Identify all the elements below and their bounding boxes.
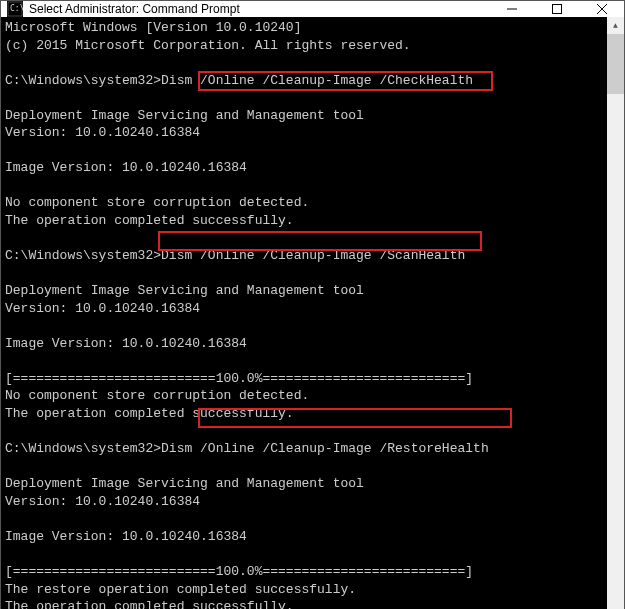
terminal-line: Image Version: 10.0.10240.16384 [5,336,247,351]
command-prompt-window: C:\ Select Administrator: Command Prompt… [0,0,625,609]
terminal-line: Image Version: 10.0.10240.16384 [5,529,247,544]
terminal-line: The operation completed successfully. [5,406,294,421]
terminal-line: [==========================100.0%=======… [5,564,473,579]
terminal-line: Version: 10.0.10240.16384 [5,125,200,140]
terminal-output[interactable]: Microsoft Windows [Version 10.0.10240] (… [1,17,607,609]
titlebar[interactable]: C:\ Select Administrator: Command Prompt [1,1,624,17]
cmd-icon: C:\ [7,1,23,17]
terminal-line: Microsoft Windows [Version 10.0.10240] [5,20,301,35]
terminal-line: Deployment Image Servicing and Managemen… [5,108,364,123]
window-controls [489,1,624,17]
scroll-up-arrow[interactable]: ▲ [607,17,624,34]
terminal-line: The operation completed successfully. [5,599,294,609]
close-button[interactable] [579,1,624,17]
terminal-line: Deployment Image Servicing and Managemen… [5,283,364,298]
vertical-scrollbar[interactable]: ▲ ▼ [607,17,624,609]
svg-rect-4 [552,5,561,14]
terminal-line: C:\Windows\system32>Dism /Online /Cleanu… [5,73,473,88]
terminal-line: Version: 10.0.10240.16384 [5,301,200,316]
window-title: Select Administrator: Command Prompt [29,2,489,16]
scroll-track[interactable] [607,34,624,609]
content-area: Microsoft Windows [Version 10.0.10240] (… [1,17,624,609]
terminal-line: The restore operation completed successf… [5,582,356,597]
terminal-line: (c) 2015 Microsoft Corporation. All righ… [5,38,411,53]
terminal-line: C:\Windows\system32>Dism /Online /Cleanu… [5,441,489,456]
terminal-line: The operation completed successfully. [5,213,294,228]
terminal-line: No component store corruption detected. [5,195,309,210]
maximize-button[interactable] [534,1,579,17]
svg-text:C:\: C:\ [10,4,23,13]
terminal-line: No component store corruption detected. [5,388,309,403]
minimize-button[interactable] [489,1,534,17]
terminal-line: Image Version: 10.0.10240.16384 [5,160,247,175]
scroll-thumb[interactable] [607,34,624,94]
terminal-line: [==========================100.0%=======… [5,371,473,386]
terminal-line: Version: 10.0.10240.16384 [5,494,200,509]
terminal-line: Deployment Image Servicing and Managemen… [5,476,364,491]
terminal-line: C:\Windows\system32>Dism /Online /Cleanu… [5,248,465,263]
